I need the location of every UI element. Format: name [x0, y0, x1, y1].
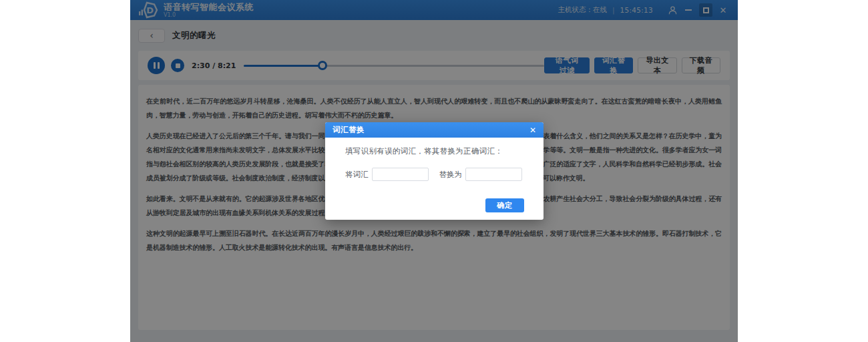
- to-word-label: 替换为: [439, 170, 463, 180]
- replace-dialog: 词汇替换 ✕ 填写识别有误的词汇，将其替换为正确词汇： 将词汇 替换为 确定: [325, 122, 544, 220]
- dialog-form: 将词汇 替换为: [345, 168, 524, 181]
- dialog-close-button[interactable]: ✕: [529, 126, 536, 134]
- from-word-label: 将词汇: [345, 170, 369, 180]
- from-word-input[interactable]: [372, 168, 429, 181]
- to-word-input[interactable]: [465, 168, 522, 181]
- confirm-button[interactable]: 确定: [485, 198, 524, 212]
- dialog-title: 词汇替换: [333, 125, 365, 135]
- dialog-instruction: 填写识别有误的词汇，将其替换为正确词汇：: [345, 146, 524, 156]
- dialog-titlebar: 词汇替换 ✕: [325, 122, 544, 138]
- dialog-close-icon: ✕: [529, 126, 536, 135]
- app-window: D 语音转写智能会议系统 V1.0 主机状态：在线 | 15:45:13 ✕ ‹: [130, 0, 738, 342]
